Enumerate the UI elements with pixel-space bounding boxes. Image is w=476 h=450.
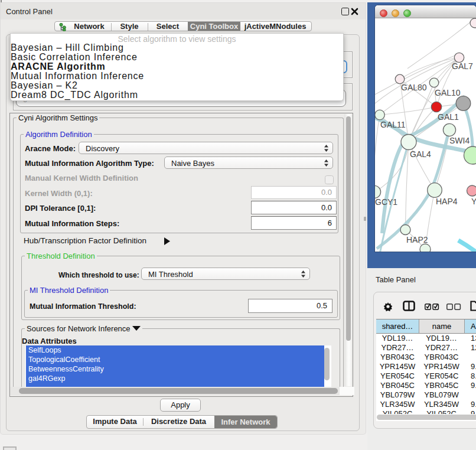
- svg-text:GAL4: GAL4: [410, 149, 431, 159]
- svg-text:GAL80: GAL80: [401, 83, 427, 92]
- svg-text:GAL1: GAL1: [438, 112, 459, 122]
- svg-text:GAL7: GAL7: [452, 61, 473, 71]
- svg-text:HAP2: HAP2: [406, 235, 428, 244]
- svg-text:HAP4: HAP4: [436, 197, 458, 206]
- svg-text:Y: Y: [471, 197, 476, 206]
- svg-text:GAL10: GAL10: [435, 88, 461, 97]
- svg-text:GCY1: GCY1: [375, 197, 397, 207]
- svg-text:SWI4: SWI4: [449, 136, 470, 145]
- svg-text:GAL11: GAL11: [380, 120, 406, 129]
